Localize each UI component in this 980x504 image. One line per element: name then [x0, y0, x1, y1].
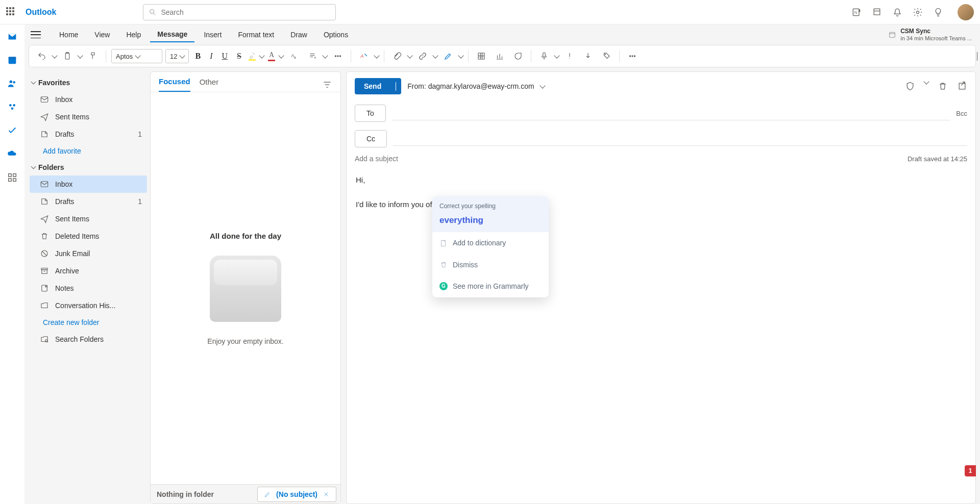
folders-archive[interactable]: Archive [30, 262, 147, 280]
notification-badge[interactable]: 1 [965, 465, 976, 476]
folders-inbox[interactable]: Inbox [30, 175, 147, 193]
grammarly-see-more[interactable]: G See more in Grammarly [432, 275, 549, 297]
tab-draw[interactable]: Draw [283, 28, 314, 42]
to-input[interactable] [392, 106, 950, 120]
cc-input[interactable] [393, 132, 967, 146]
folders-notes[interactable]: Notes [30, 280, 147, 297]
tab-view[interactable]: View [87, 28, 117, 42]
low-importance-button[interactable] [580, 49, 596, 63]
search-box[interactable] [143, 4, 336, 20]
tab-help[interactable]: Help [119, 28, 148, 42]
rail-calendar[interactable] [6, 54, 18, 66]
ribbon-more-button[interactable] [625, 49, 640, 63]
grammarly-suggestion[interactable]: Correct your spelling everything [432, 196, 549, 232]
dictate-button[interactable] [536, 49, 552, 63]
tab-insert[interactable]: Insert [197, 28, 229, 42]
avatar[interactable] [958, 4, 974, 20]
send-dropdown[interactable] [390, 78, 401, 94]
from-dropdown[interactable] [540, 83, 545, 88]
rail-todo[interactable] [6, 124, 18, 137]
importance-button[interactable] [562, 49, 577, 63]
styles-dropdown[interactable] [374, 53, 379, 58]
underline-button[interactable]: U [218, 51, 231, 62]
add-favorite-link[interactable]: Add favorite [30, 143, 147, 159]
clear-formatting-button[interactable]: Aa [286, 49, 302, 63]
folders-drafts[interactable]: Drafts1 [30, 193, 147, 210]
bold-button[interactable]: B [192, 51, 204, 62]
rail-people[interactable] [6, 78, 18, 90]
popout-icon[interactable] [957, 81, 967, 91]
strikethrough-button[interactable]: S [234, 51, 244, 62]
undo-dropdown[interactable] [52, 53, 57, 58]
meeting-reminder[interactable]: CSM Sync in 34 min Microsoft Teams ... [888, 28, 972, 42]
bell-icon[interactable] [892, 7, 902, 17]
search-input[interactable] [161, 8, 330, 16]
filter-icon[interactable] [322, 80, 332, 90]
subject-input[interactable] [355, 155, 908, 163]
tag-button[interactable] [599, 49, 614, 63]
link-button[interactable] [415, 49, 430, 63]
tab-options[interactable]: Options [316, 28, 355, 42]
signature-dropdown[interactable] [458, 53, 463, 58]
other-tab[interactable]: Other [200, 78, 219, 91]
favorites-sent[interactable]: Sent Items [30, 108, 147, 125]
hamburger-icon[interactable] [31, 31, 41, 38]
folders-junk[interactable]: Junk Email [30, 245, 147, 262]
cc-button[interactable]: Cc [355, 130, 387, 147]
bcc-link[interactable]: Bcc [956, 110, 967, 117]
app-launcher-icon[interactable] [6, 7, 16, 17]
tab-home[interactable]: Home [52, 28, 85, 42]
tab-message[interactable]: Message [150, 27, 194, 42]
loop-button[interactable] [510, 49, 526, 63]
italic-button[interactable]: I [207, 51, 215, 62]
bulb-icon[interactable] [933, 7, 943, 17]
to-button[interactable]: To [355, 105, 386, 122]
favorites-header[interactable]: Favorites [30, 74, 147, 91]
email-body-editor[interactable]: Hi, I'd like to inform you of everyth Co… [347, 166, 975, 503]
favorites-drafts[interactable]: Drafts1 [30, 125, 147, 143]
onenote-icon[interactable]: N [851, 7, 862, 17]
favorites-inbox[interactable]: Inbox [30, 91, 147, 108]
format-painter-button[interactable] [85, 49, 101, 63]
font-color-dropdown[interactable] [278, 53, 284, 58]
paragraph-dropdown[interactable] [322, 53, 328, 58]
discard-icon[interactable] [938, 81, 948, 91]
signature-button[interactable] [440, 49, 456, 63]
rail-mail[interactable] [6, 31, 18, 43]
tab-format-text[interactable]: Format text [231, 28, 281, 42]
paragraph-button[interactable] [305, 49, 320, 63]
encrypt-icon[interactable] [905, 81, 915, 91]
draft-tab[interactable]: (No subject) [257, 487, 336, 502]
folders-sent[interactable]: Sent Items [30, 210, 147, 228]
chart-button[interactable] [492, 49, 507, 63]
gear-icon[interactable] [913, 7, 923, 17]
link-dropdown[interactable] [432, 53, 438, 58]
font-color-button[interactable]: A [267, 50, 276, 62]
more-formatting-button[interactable] [330, 49, 346, 63]
styles-button[interactable]: A [356, 49, 372, 63]
attach-button[interactable] [389, 49, 405, 63]
rail-apps[interactable] [6, 171, 18, 184]
undo-button[interactable] [34, 49, 50, 63]
rail-groups[interactable] [6, 101, 18, 113]
paste-dropdown[interactable] [77, 53, 83, 58]
rail-onedrive[interactable] [6, 148, 18, 160]
folders-header[interactable]: Folders [30, 159, 147, 175]
focused-tab[interactable]: Focused [159, 77, 190, 92]
font-family-select[interactable]: Aptos [111, 49, 162, 63]
close-icon[interactable] [323, 491, 330, 498]
paste-button[interactable] [60, 49, 75, 63]
encrypt-dropdown[interactable] [923, 79, 929, 84]
grammarly-dismiss[interactable]: Dismiss [432, 254, 549, 275]
folders-deleted[interactable]: Deleted Items [30, 228, 147, 245]
font-size-select[interactable]: 12 [165, 49, 189, 63]
search-folders[interactable]: Search Folders [30, 331, 147, 348]
highlight-button[interactable] [248, 51, 257, 62]
notes-icon[interactable] [872, 7, 882, 17]
attach-dropdown[interactable] [407, 53, 412, 58]
folders-conversation-history[interactable]: Conversation His... [30, 297, 147, 314]
ribbon-expand-icon[interactable] [977, 52, 977, 60]
send-button[interactable]: Send [355, 78, 390, 94]
table-button[interactable] [474, 49, 489, 63]
highlight-dropdown[interactable] [259, 53, 264, 58]
